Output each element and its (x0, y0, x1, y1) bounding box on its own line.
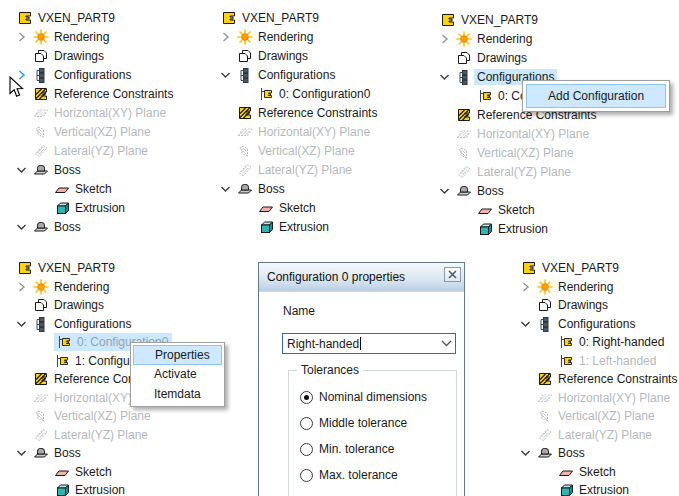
chevron-down-icon[interactable] (437, 340, 455, 347)
tree-item-sketch[interactable]: Sketch (14, 179, 176, 198)
tree-item-lateral-yz-plane[interactable]: Lateral(YZ) Plane (218, 160, 380, 179)
tree-item-label: Drawings (51, 297, 107, 313)
tree-item-rendering[interactable]: Rendering (14, 27, 176, 46)
dialog-titlebar[interactable]: Configuration 0 properties (259, 263, 464, 292)
tree-item-vertical-xz-plane[interactable]: Vertical(XZ) Plane (437, 143, 599, 162)
tree-item-vxen-part9[interactable]: VXEN_PART9 (437, 10, 599, 29)
tree-item-label: 1: Left-handed (576, 353, 659, 369)
tree-item-horizontal-xy-plane[interactable]: Horizontal(XY) Plane (14, 103, 176, 122)
tree-item-lateral-yz-plane[interactable]: Lateral(YZ) Plane (14, 141, 176, 160)
tree-item-configurations[interactable]: Configurations (218, 65, 380, 84)
tree-item-reference-constraints[interactable]: Reference Constraints (14, 84, 176, 103)
chevron-right-icon[interactable] (218, 29, 237, 45)
tree-item-label: Boss (51, 219, 84, 235)
chevron-down-icon[interactable] (218, 181, 237, 197)
tree-item-label: Extrusion (276, 219, 332, 235)
tree-item-vxen-part9[interactable]: VXEN_PART9 (518, 259, 679, 278)
tree-item-boss[interactable]: Boss (14, 444, 176, 463)
tree-item-reference-constraints[interactable]: Reference Constraints (518, 370, 679, 389)
tree-item-lateral-yz-plane[interactable]: Lateral(YZ) Plane (437, 162, 599, 181)
configurations-icon (456, 69, 472, 85)
tree-item-rendering[interactable]: Rendering (518, 278, 679, 297)
tree-item-boss[interactable]: Boss (218, 179, 380, 198)
chevron-down-icon[interactable] (518, 316, 537, 332)
chevron-right-icon[interactable] (518, 279, 537, 295)
tree-item-rendering[interactable]: Rendering (437, 29, 599, 48)
tree-item-extrusion[interactable]: Extrusion (14, 481, 176, 496)
tree-item-horizontal-xy-plane[interactable]: Horizontal(XY) Plane (218, 122, 380, 141)
sun-icon (456, 31, 472, 47)
extrusion-icon (558, 482, 574, 496)
tree-item-lateral-yz-plane[interactable]: Lateral(YZ) Plane (518, 426, 679, 445)
tree-item-label: Extrusion (72, 482, 128, 496)
tree-item-boss[interactable]: Boss (14, 160, 176, 179)
tree-item-vxen-part9[interactable]: VXEN_PART9 (218, 8, 380, 27)
chevron-spacer (14, 390, 33, 406)
chevron-down-icon[interactable] (437, 183, 456, 199)
tree-item-0-configuration0[interactable]: 0: Configuration0 (218, 84, 380, 103)
tree-item-lateral-yz-plane[interactable]: Lateral(YZ) Plane (14, 426, 176, 445)
tree-item-vxen-part9[interactable]: VXEN_PART9 (14, 8, 176, 27)
tree-item-sketch[interactable]: Sketch (518, 463, 679, 482)
menu-item-activate[interactable]: Activate (133, 365, 222, 385)
tree-top-middle: VXEN_PART9RenderingDrawingsConfiguration… (218, 8, 380, 236)
tree-item-drawings[interactable]: Drawings (14, 46, 176, 65)
tree-item-1-left-handed[interactable]: 1: Left-handed (518, 352, 679, 371)
tree-item-drawings[interactable]: Drawings (437, 48, 599, 67)
tree-item-horizontal-xy-plane[interactable]: Horizontal(XY) Plane (437, 124, 599, 143)
tree-item-rendering[interactable]: Rendering (14, 278, 176, 297)
tree-item-rendering[interactable]: Rendering (218, 27, 380, 46)
tree-item-drawings[interactable]: Drawings (218, 46, 380, 65)
chevron-down-icon[interactable] (437, 69, 456, 85)
tree-item-vertical-xz-plane[interactable]: Vertical(XZ) Plane (14, 407, 176, 426)
tree-item-vertical-xz-plane[interactable]: Vertical(XZ) Plane (518, 407, 679, 426)
menu-item-itemdata[interactable]: Itemdata (133, 384, 222, 404)
radio-middle-tolerance[interactable]: Middle tolerance (300, 410, 456, 436)
tree-item-boss[interactable]: Boss (14, 217, 176, 236)
tree-item-extrusion[interactable]: Extrusion (218, 217, 380, 236)
chevron-down-icon[interactable] (14, 162, 33, 178)
chevron-spacer (14, 371, 33, 387)
configurations-icon (237, 67, 253, 83)
close-button[interactable] (444, 267, 461, 282)
radio-nominal-dimensions[interactable]: Nominal dimensions (300, 384, 456, 410)
tree-item-vxen-part9[interactable]: VXEN_PART9 (14, 259, 176, 278)
radio-min-tolerance[interactable]: Min. tolerance (300, 436, 456, 462)
tree-item-label: Lateral(YZ) Plane (51, 427, 151, 443)
menu-item-properties[interactable]: Properties (133, 345, 222, 365)
menu-item-add-configuration[interactable]: Add Configuration (526, 84, 666, 108)
plane-xz-icon (537, 408, 553, 424)
chevron-right-icon[interactable] (14, 67, 33, 83)
tree-item-0-right-handed[interactable]: 0: Right-handed (518, 333, 679, 352)
tree-item-configurations[interactable]: Configurations (14, 315, 176, 334)
chevron-right-icon[interactable] (14, 29, 33, 45)
tree-item-sketch[interactable]: Sketch (218, 198, 380, 217)
chevron-down-icon[interactable] (14, 445, 33, 461)
tree-item-extrusion[interactable]: Extrusion (14, 198, 176, 217)
tree-item-vertical-xz-plane[interactable]: Vertical(XZ) Plane (14, 122, 176, 141)
chevron-right-icon[interactable] (437, 31, 456, 47)
plane-xy-icon (33, 105, 49, 121)
chevron-down-icon[interactable] (14, 219, 33, 235)
name-combobox[interactable]: Right-handed (282, 333, 456, 354)
tree-item-boss[interactable]: Boss (437, 181, 599, 200)
tree-item-drawings[interactable]: Drawings (518, 296, 679, 315)
tree-item-horizontal-xy-plane[interactable]: Horizontal(XY) Plane (518, 389, 679, 408)
tree-item-configurations[interactable]: Configurations (518, 315, 679, 334)
tree-item-extrusion[interactable]: Extrusion (437, 219, 599, 238)
chevron-spacer (14, 427, 33, 443)
tree-item-boss[interactable]: Boss (518, 444, 679, 463)
chevron-down-icon[interactable] (218, 67, 237, 83)
tree-item-extrusion[interactable]: Extrusion (518, 481, 679, 496)
tree-item-vertical-xz-plane[interactable]: Vertical(XZ) Plane (218, 141, 380, 160)
chevron-right-icon[interactable] (14, 279, 33, 295)
tree-item-drawings[interactable]: Drawings (14, 296, 176, 315)
chevron-down-icon[interactable] (14, 316, 33, 332)
tree-item-reference-constraints[interactable]: Reference Constraints (218, 103, 380, 122)
radio-max-tolerance[interactable]: Max. tolerance (300, 462, 456, 488)
tree-item-configurations[interactable]: Configurations (14, 65, 176, 84)
tree-item-sketch[interactable]: Sketch (437, 200, 599, 219)
radio-unchecked-icon (300, 443, 313, 456)
tree-item-sketch[interactable]: Sketch (14, 463, 176, 482)
chevron-down-icon[interactable] (518, 445, 537, 461)
